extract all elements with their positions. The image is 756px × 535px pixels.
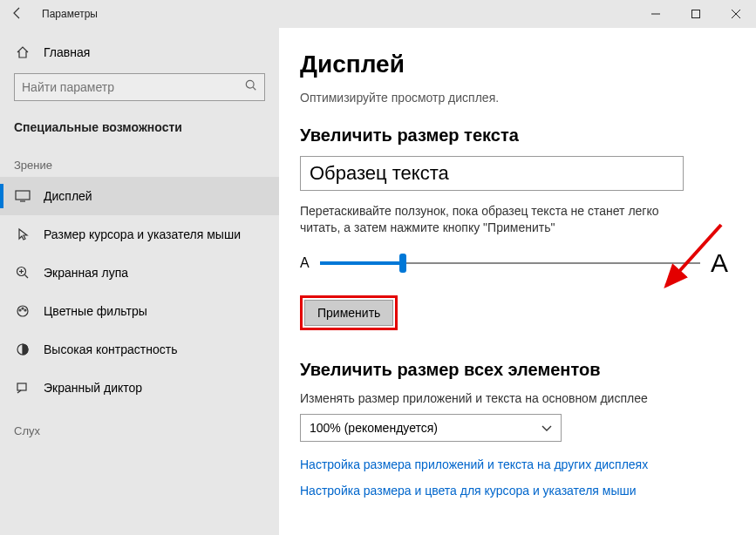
- main-content: Дисплей Оптимизируйте просмотр дисплея. …: [279, 28, 756, 535]
- svg-point-13: [19, 309, 21, 311]
- search-input-container[interactable]: [14, 73, 265, 101]
- text-size-header: Увеличить размер текста: [300, 125, 728, 146]
- svg-line-9: [25, 275, 29, 279]
- scale-header: Увеличить размер всех элементов: [300, 360, 728, 380]
- nav-label: Высокая контрастность: [44, 342, 177, 356]
- scale-description: Изменять размер приложений и текста на о…: [300, 390, 684, 407]
- minimize-button[interactable]: [636, 0, 676, 28]
- contrast-icon: [14, 342, 31, 356]
- nav-label: Дисплей: [44, 189, 92, 203]
- nav-label: Цветные фильтры: [44, 304, 147, 318]
- nav-color-filters[interactable]: Цветные фильтры: [0, 292, 279, 330]
- slider-thumb[interactable]: [399, 254, 406, 273]
- home-label: Главная: [44, 45, 90, 59]
- slider-hint: Перетаскивайте ползунок, пока образец те…: [300, 203, 684, 236]
- maximize-button[interactable]: [676, 0, 716, 28]
- close-button[interactable]: [716, 0, 756, 28]
- nav-cursor[interactable]: Размер курсора и указателя мыши: [0, 215, 279, 254]
- scale-value: 100% (рекомендуется): [310, 421, 438, 435]
- slider-min-label: A: [300, 255, 310, 271]
- section-title: Специальные возможности: [0, 113, 279, 141]
- svg-line-5: [253, 87, 255, 90]
- back-button[interactable]: [0, 6, 35, 23]
- page-description: Оптимизируйте просмотр дисплея.: [300, 91, 728, 105]
- nav-narrator[interactable]: Экранный диктор: [0, 369, 279, 407]
- chevron-down-icon: [541, 421, 552, 435]
- page-title: Дисплей: [300, 51, 728, 78]
- search-icon: [245, 79, 257, 95]
- nav-magnifier[interactable]: Экранная лупа: [0, 254, 279, 292]
- slider-max-label: A: [711, 248, 728, 278]
- palette-icon: [14, 304, 31, 318]
- nav-display[interactable]: Дисплей: [0, 177, 279, 215]
- nav-contrast[interactable]: Высокая контрастность: [0, 330, 279, 369]
- svg-point-14: [22, 308, 24, 309]
- nav-label: Экранный диктор: [44, 381, 142, 395]
- display-icon: [14, 190, 31, 202]
- svg-rect-1: [692, 10, 700, 18]
- link-cursor-settings[interactable]: Настройка размера и цвета для курсора и …: [300, 484, 728, 498]
- svg-point-15: [24, 309, 26, 311]
- link-other-displays[interactable]: Настройка размера приложений и текста на…: [300, 457, 728, 471]
- apply-highlight: Применить: [300, 295, 398, 330]
- apply-button[interactable]: Применить: [304, 300, 393, 326]
- magnifier-icon: [14, 266, 31, 280]
- nav-label: Экранная лупа: [44, 266, 128, 280]
- text-size-slider[interactable]: [320, 253, 700, 274]
- text-size-slider-row: A A: [300, 248, 728, 278]
- window-title: Параметры: [42, 8, 98, 20]
- scale-dropdown[interactable]: 100% (рекомендуется): [300, 414, 562, 442]
- home-button[interactable]: Главная: [0, 38, 279, 66]
- group-vision: Зрение: [0, 141, 279, 177]
- sample-text-box: Образец текста: [300, 156, 684, 191]
- sidebar: Главная Специальные возможности Зрение Д…: [0, 28, 279, 535]
- home-icon: [14, 45, 31, 59]
- cursor-icon: [14, 227, 31, 241]
- svg-point-4: [246, 80, 254, 88]
- search-input[interactable]: [22, 80, 245, 94]
- svg-rect-6: [16, 191, 30, 200]
- svg-rect-17: [17, 383, 26, 390]
- narrator-icon: [14, 381, 31, 395]
- nav-label: Размер курсора и указателя мыши: [44, 227, 241, 241]
- group-hearing: Слух: [0, 407, 279, 443]
